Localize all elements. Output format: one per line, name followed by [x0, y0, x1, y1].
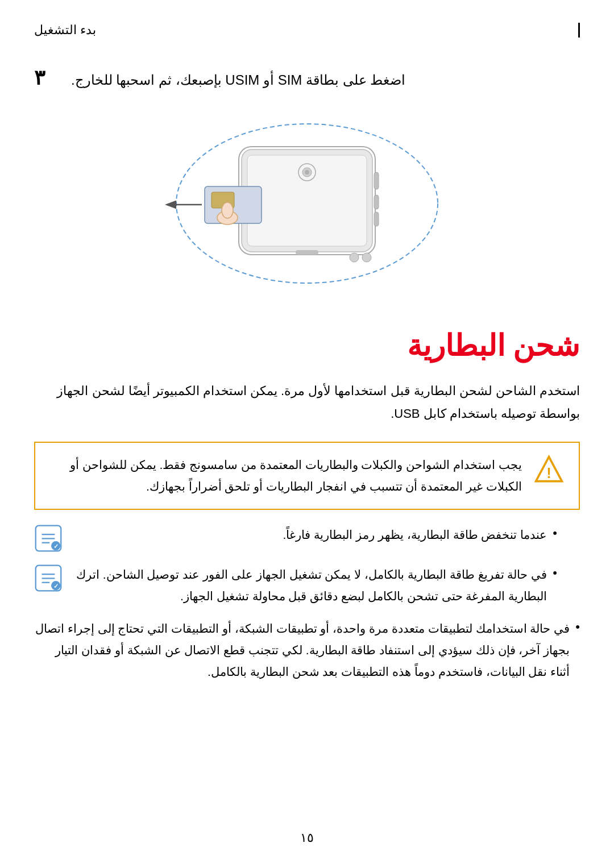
bullet-3-content: • في حالة استخدامك لتطبيقات متعددة مرة و… [34, 618, 580, 682]
bullet-dot-2: • [553, 566, 557, 580]
page-header: بدء التشغيل [34, 23, 580, 38]
warning-box: ! يجب استخدام الشواحن والكبلات والبطاريا… [34, 442, 580, 510]
section-title: شحن البطارية [34, 329, 580, 363]
svg-text:!: ! [546, 465, 551, 481]
note-icon-2: ✓ [34, 564, 63, 592]
warning-text: يجب استخدام الشواحن والكبلات والبطاريات … [49, 454, 522, 497]
bullet-dot-1: • [553, 526, 557, 541]
step-3-number: ٣ [34, 66, 63, 90]
intro-paragraph: استخدم الشاحن لشحن البطارية قبل استخدامه… [34, 380, 580, 425]
page-container: بدء التشغيل اضغط على بطاقة SIM أو USIM ب… [0, 0, 614, 868]
svg-text:✓: ✓ [53, 583, 59, 589]
header-text: بدء التشغيل [34, 23, 96, 38]
svg-point-6 [305, 170, 309, 175]
bullet-list: • عندما تنخفض طاقة البطارية، يظهر رمز ال… [34, 524, 580, 683]
svg-rect-15 [374, 212, 379, 226]
step-3-text: اضغط على بطاقة SIM أو USIM بإصبعك، ثم اس… [71, 72, 405, 88]
svg-point-18 [350, 253, 359, 262]
svg-text:✓: ✓ [53, 543, 59, 550]
step-3-instruction: اضغط على بطاقة SIM أو USIM بإصبعك، ثم اس… [34, 66, 580, 90]
warning-icon: ! [533, 454, 565, 485]
bullet-1-content: • عندما تنخفض طاقة البطارية، يظهر رمز ال… [74, 524, 557, 546]
page-number: ١٥ [300, 830, 314, 845]
bullet-item-3: • في حالة استخدامك لتطبيقات متعددة مرة و… [34, 618, 580, 682]
bullet-3-text: في حالة استخدامك لتطبيقات متعددة مرة واح… [34, 618, 570, 682]
bullet-2-text: في حالة تفريغ طاقة البطارية بالكامل، لا … [74, 564, 547, 607]
bullet-dot-3: • [575, 620, 580, 634]
note-icon-1: ✓ [34, 524, 63, 553]
svg-rect-14 [374, 195, 379, 209]
svg-rect-16 [296, 250, 318, 255]
svg-rect-13 [374, 172, 379, 189]
bullet-item-1: • عندما تنخفض طاقة البطارية، يظهر رمز ال… [34, 524, 580, 553]
device-illustration [34, 113, 580, 294]
bullet-2-content: • في حالة تفريغ طاقة البطارية بالكامل، ل… [74, 564, 557, 607]
bullet-item-2: • في حالة تفريغ طاقة البطارية بالكامل، ل… [34, 564, 580, 607]
svg-point-12 [222, 202, 233, 218]
svg-point-17 [362, 253, 371, 262]
bullet-1-text: عندما تنخفض طاقة البطارية، يظهر رمز البط… [283, 524, 547, 546]
device-svg [165, 118, 449, 289]
